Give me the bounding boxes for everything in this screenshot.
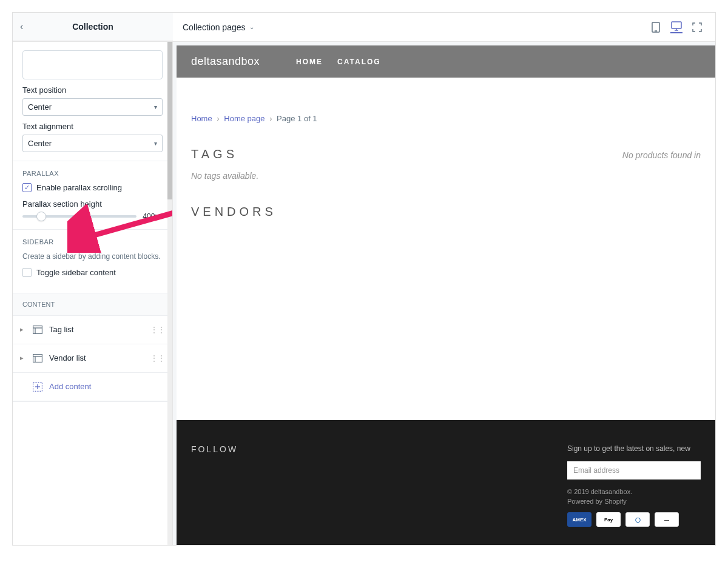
sidebar-helper: Create a sidebar by adding content block… <box>22 252 163 262</box>
site-nav: HOME CATALOG <box>296 58 381 66</box>
svg-rect-6 <box>33 326 42 333</box>
content-item-label: Tag list <box>49 325 73 334</box>
checkbox-icon <box>22 268 32 277</box>
preview-area: deltasandbox HOME CATALOG Home › Home pa… <box>173 42 715 545</box>
device-switcher <box>650 21 715 33</box>
copyright-text: © 2019 deltasandbox. <box>567 488 701 495</box>
toggle-sidebar-label: Toggle sidebar content <box>36 268 116 277</box>
app-frame: ‹ Collection Collection pages ⌄ Text pos… <box>12 12 716 546</box>
select-caret-icon: ▾ <box>154 104 157 110</box>
fullscreen-icon[interactable] <box>691 21 703 33</box>
breadcrumb-sep: › <box>217 114 219 123</box>
chevron-right-icon: ▸ <box>20 354 26 362</box>
checkbox-checked-icon: ✓ <box>22 183 32 192</box>
add-content-label: Add content <box>49 382 91 391</box>
parallax-heading: PARALLAX <box>22 170 163 177</box>
parallax-checkbox-label: Enable parallax scrolling <box>36 183 122 192</box>
drag-handle-icon[interactable]: ⋮⋮ <box>150 326 165 334</box>
site-brand[interactable]: deltasandbox <box>191 55 260 68</box>
email-placeholder: Email address <box>573 466 619 475</box>
nav-catalog[interactable]: CATALOG <box>337 58 381 66</box>
page-selector[interactable]: Collection pages ⌄ <box>173 22 650 32</box>
text-position-label: Text position <box>22 85 163 95</box>
breadcrumb-page[interactable]: Home page <box>224 114 265 123</box>
page-selector-label: Collection pages <box>183 22 246 32</box>
main: Text position Center ▾ Text alignment Ce… <box>13 42 715 545</box>
breadcrumb-home[interactable]: Home <box>191 114 212 123</box>
content-heading: CONTENT <box>13 293 172 316</box>
topbar-left: ‹ Collection <box>13 13 173 41</box>
signup-block: Sign up to get the latest on sales, new … <box>567 444 701 527</box>
text-settings-panel: Text position Center ▾ Text alignment Ce… <box>13 42 172 161</box>
vendors-heading: VENDORS <box>191 205 701 219</box>
no-tags-text: No tags available. <box>191 171 701 181</box>
settings-sidebar: Text position Center ▾ Text alignment Ce… <box>13 42 173 545</box>
follow-heading: FOLLOW <box>191 444 238 454</box>
block-icon <box>32 324 43 335</box>
add-icon <box>32 381 43 392</box>
apple-pay-icon: Pay <box>596 512 621 527</box>
select-caret-icon: ▾ <box>154 140 157 147</box>
content-item-tag-list[interactable]: ▸ Tag list ⋮⋮ <box>13 316 172 344</box>
site-footer: FOLLOW Sign up to get the latest on sale… <box>177 420 715 545</box>
text-alignment-label: Text alignment <box>22 122 163 131</box>
svg-rect-9 <box>33 354 42 362</box>
powered-by-text[interactable]: Powered by Shopify <box>567 498 701 505</box>
discover-icon: — <box>655 512 679 527</box>
scrollbar-thumb[interactable] <box>167 42 172 199</box>
text-alignment-value: Center <box>28 139 52 148</box>
text-alignment-select[interactable]: Center ▾ <box>22 135 163 152</box>
parallax-slider[interactable] <box>22 215 136 218</box>
back-button[interactable]: ‹ <box>20 21 23 32</box>
topbar: ‹ Collection Collection pages ⌄ <box>13 13 715 42</box>
parallax-checkbox-row[interactable]: ✓ Enable parallax scrolling <box>22 183 163 192</box>
chevron-right-icon: ▸ <box>20 326 26 333</box>
no-products-text: No products found in <box>622 150 701 160</box>
desktop-icon[interactable] <box>670 21 682 33</box>
scrollbar-track[interactable] <box>167 42 172 545</box>
parallax-slider-row: 400px <box>22 212 163 221</box>
toggle-sidebar-row[interactable]: Toggle sidebar content <box>22 268 163 277</box>
signup-text: Sign up to get the latest on sales, new <box>567 444 701 453</box>
breadcrumb-sep: › <box>269 114 272 123</box>
parallax-panel: PARALLAX ✓ Enable parallax scrolling Par… <box>13 161 172 230</box>
add-content-button[interactable]: Add content <box>13 373 172 401</box>
payment-icons: AMEX Pay ◯ — <box>567 512 701 527</box>
footer-row: FOLLOW Sign up to get the latest on sale… <box>191 444 701 527</box>
breadcrumb-last: Page 1 of 1 <box>277 114 317 123</box>
site-header: deltasandbox HOME CATALOG <box>177 45 715 78</box>
sidebar-section-heading: SIDEBAR <box>22 238 163 246</box>
parallax-height-value: 400px <box>143 212 163 221</box>
content-item-vendor-list[interactable]: ▸ Vendor list ⋮⋮ <box>13 344 172 373</box>
site-body: Home › Home page › Page 1 of 1 TAGS No t… <box>177 78 715 420</box>
text-position-value: Center <box>28 102 52 112</box>
drag-handle-icon[interactable]: ⋮⋮ <box>150 354 165 363</box>
parallax-height-label: Parallax section height <box>22 199 163 209</box>
content-item-label: Vendor list <box>49 353 86 363</box>
sidebar-title: Collection <box>72 22 113 32</box>
sidebar-panel: SIDEBAR Create a sidebar by adding conte… <box>13 230 172 293</box>
image-placeholder[interactable] <box>22 50 163 79</box>
breadcrumb: Home › Home page › Page 1 of 1 <box>191 114 701 123</box>
diners-icon: ◯ <box>625 512 650 527</box>
amex-icon: AMEX <box>567 512 592 527</box>
preview-frame: deltasandbox HOME CATALOG Home › Home pa… <box>177 45 715 545</box>
mobile-icon[interactable] <box>650 21 662 33</box>
slider-thumb[interactable] <box>36 212 46 221</box>
text-position-select[interactable]: Center ▾ <box>22 98 163 116</box>
nav-home[interactable]: HOME <box>296 58 323 66</box>
block-icon <box>32 353 43 364</box>
email-input[interactable]: Email address <box>567 461 701 479</box>
chevron-down-icon: ⌄ <box>249 24 254 30</box>
svg-rect-2 <box>672 22 681 28</box>
